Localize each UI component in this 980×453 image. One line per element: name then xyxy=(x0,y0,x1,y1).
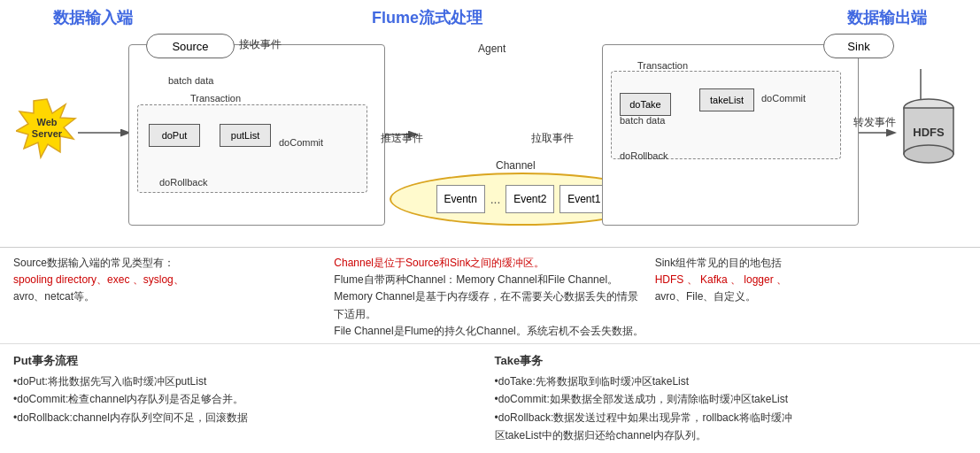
channel-desc2: Flume自带两种Channel：Memory Channel和File Cha… xyxy=(334,273,618,286)
bottom-middle: Channel是位于Source和Sink之间的缓冲区。 Flume自带两种Ch… xyxy=(334,255,645,340)
event2-box: Event2 xyxy=(505,185,554,213)
push-event-label: 推送事件 xyxy=(381,131,423,146)
forward-event-label: 转发事件 xyxy=(853,115,896,130)
dorollback-right: doRollback xyxy=(620,150,667,161)
source-box: Source xyxy=(146,34,235,58)
title-left: 数据输入端 xyxy=(53,7,133,28)
doput-label: doPut xyxy=(162,130,188,141)
take-title: Take事务 xyxy=(495,351,968,371)
web-server: WebServer xyxy=(16,97,78,159)
diagram-area: 数据输入端 Flume流式处理 数据输出端 WebServer xyxy=(0,0,980,248)
put-item1: •doPut:将批数据先写入临时缓冲区putList xyxy=(13,372,486,390)
putlist-box: putList xyxy=(220,124,271,147)
channel-desc1: Channel是位于Source和Sink之间的缓冲区。 xyxy=(334,257,544,269)
take-item2: •doCommit:如果数据全部发送成功，则清除临时缓冲区takeList xyxy=(495,390,968,408)
put-item3: •doRollback:channel内存队列空间不足，回滚数据 xyxy=(13,409,486,426)
channel-desc4: File Channel是Flume的持久化Channel。系统宕机不会丢失数据… xyxy=(334,325,643,337)
channel-desc3: Memory Channel是基于内存缓存，在不需要关心数据丢失的情景下适用。 xyxy=(334,290,637,319)
eventn-label: Eventn xyxy=(444,193,476,205)
svg-point-12 xyxy=(904,145,953,163)
web-server-label: WebServer xyxy=(32,117,62,140)
bottom-area: Source数据输入端的常见类型有： spooling directory、ex… xyxy=(0,248,980,343)
bottom-left: Source数据输入端的常见类型有： spooling directory、ex… xyxy=(13,255,325,340)
dots: ... xyxy=(490,192,501,206)
dotake-label: doTake xyxy=(629,99,660,110)
title-right: 数据输出端 xyxy=(847,7,927,28)
put-title: Put事务流程 xyxy=(13,351,486,371)
event2-label: Event2 xyxy=(513,193,546,205)
batch-data-right: batch data xyxy=(620,115,665,126)
lower-area: Put事务流程 •doPut:将批数据先写入临时缓冲区putList •doCo… xyxy=(0,343,980,445)
src-types: spooling directory、exec 、syslog、 xyxy=(13,273,184,286)
agent-label: Agent xyxy=(478,42,505,55)
take-item3: •doRollback:数据发送过程中如果出现异常，rollback将临时缓冲 … xyxy=(495,409,968,445)
dotake-box: doTake xyxy=(620,93,671,116)
batch-data-label: batch data xyxy=(168,75,213,86)
putlist-label: putList xyxy=(231,130,259,141)
take-item1: •doTake:先将数据取到临时缓冲区takeList xyxy=(495,372,968,390)
sink-label: Sink xyxy=(847,40,869,53)
eventn-box: Eventn xyxy=(436,185,485,213)
bottom-right: Sink组件常见的目的地包括 HDFS 、 Kafka 、 logger 、 a… xyxy=(655,255,967,340)
takelist-box: takeList xyxy=(699,88,754,111)
transaction-label-right: Transaction xyxy=(637,60,688,71)
sink-desc1: Sink组件常见的目的地包括 xyxy=(655,257,782,269)
receive-event-label: 接收事件 xyxy=(239,37,282,52)
takelist-label: takeList xyxy=(710,95,744,105)
put-item2: •doCommit:检查channel内存队列是否足够合并。 xyxy=(13,390,486,408)
src-title: Source数据输入端的常见类型有： xyxy=(13,257,174,269)
dorollback-src: doRollback xyxy=(159,177,207,188)
sink-types: HDFS 、 Kafka 、 logger 、 xyxy=(655,273,787,286)
doput-box: doPut xyxy=(149,124,200,147)
sink-oval: Sink xyxy=(823,34,894,58)
event1-label: Event1 xyxy=(567,193,600,205)
docommit-src: doCommit xyxy=(279,137,323,148)
pull-event-label: 拉取事件 xyxy=(531,131,574,146)
channel-label: Channel xyxy=(496,159,536,172)
title-middle: Flume流式处理 xyxy=(372,7,482,28)
sink-types2: avro、File、自定义。 xyxy=(655,290,757,303)
docommit-right: doCommit xyxy=(761,93,806,104)
src-types2: avro、netcat等。 xyxy=(13,290,95,303)
transaction-label-src: Transaction xyxy=(190,93,241,104)
lower-right: Take事务 •doTake:先将数据取到临时缓冲区takeList •doCo… xyxy=(495,348,968,445)
hdfs-cylinder: HDFS xyxy=(900,97,958,164)
lower-left: Put事务流程 •doPut:将批数据先写入临时缓冲区putList •doCo… xyxy=(13,348,486,445)
source-label: Source xyxy=(172,40,208,53)
svg-text:HDFS: HDFS xyxy=(913,126,945,139)
